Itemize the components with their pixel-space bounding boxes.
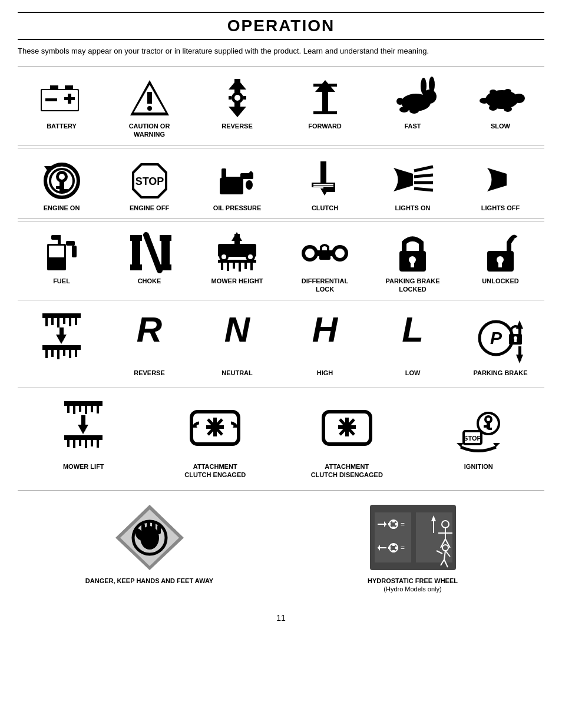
N-icon: N xyxy=(214,312,261,365)
reverse-label: REVERSE xyxy=(222,122,253,130)
symbol-L: L LOW xyxy=(369,307,457,380)
svg-rect-199 xyxy=(388,547,391,549)
svg-rect-3 xyxy=(65,85,73,90)
svg-rect-129 xyxy=(64,401,103,406)
svg-rect-82 xyxy=(233,263,235,269)
svg-marker-12 xyxy=(229,79,246,90)
svg-rect-138 xyxy=(64,435,103,440)
svg-text:=: = xyxy=(401,520,405,528)
symbol-oil-pressure: OIL PRESSURE xyxy=(193,154,281,216)
svg-rect-67 xyxy=(66,241,75,246)
svg-rect-184 xyxy=(395,523,398,525)
fuel-label: FUEL xyxy=(53,277,70,285)
svg-rect-182 xyxy=(392,527,395,529)
svg-rect-84 xyxy=(244,263,247,269)
hydrostatic-label: HYDROSTATIC FREE WHEEL(Hydro Models only… xyxy=(368,577,458,594)
symbol-parking-brake: P PARKING BRAKE xyxy=(457,307,544,380)
parking-brake-icon: P xyxy=(477,312,524,365)
svg-rect-108 xyxy=(63,318,65,324)
symbol-ignition: STOP IGNITION xyxy=(413,395,545,483)
mower-lift-label: MOWER LIFT xyxy=(63,462,104,471)
symbol-mower-height: MOWER HEIGHT xyxy=(193,227,281,297)
svg-rect-66 xyxy=(49,246,64,257)
page-title: OPERATION xyxy=(18,12,544,40)
svg-rect-183 xyxy=(388,523,391,525)
symbol-choke: CHOKE xyxy=(105,227,193,297)
fast-label: FAST xyxy=(404,122,421,130)
symbols-row-rnhl: R REVERSE N NEUTRAL H HIGH L LOW P xyxy=(18,303,544,385)
svg-rect-107 xyxy=(57,318,59,327)
svg-point-53 xyxy=(246,180,253,190)
svg-marker-128 xyxy=(516,355,523,363)
symbol-lights-off: LIGHTS OFF xyxy=(457,154,544,216)
symbols-row-3: FUEL CHOKE xyxy=(18,221,544,297)
symbol-engine-off: STOP ENGINE OFF xyxy=(105,154,193,216)
svg-point-89 xyxy=(248,254,253,259)
svg-point-35 xyxy=(504,106,512,112)
svg-point-32 xyxy=(513,94,525,103)
svg-rect-17 xyxy=(236,103,239,106)
differential-lock-label: DIFFERENTIALLOCK xyxy=(302,277,348,294)
N-label: NEUTRAL xyxy=(222,369,253,377)
svg-point-36 xyxy=(490,90,497,94)
svg-rect-73 xyxy=(130,264,142,270)
svg-point-15 xyxy=(234,95,240,101)
symbols-row-2: ENGINE ON STOP ENGINE OFF xyxy=(18,148,544,216)
symbols-row-bottom: MOWER LIFT xyxy=(18,391,544,488)
ignition-icon: STOP xyxy=(455,400,502,459)
svg-rect-130 xyxy=(67,406,70,413)
svg-rect-23 xyxy=(313,84,337,87)
svg-rect-97 xyxy=(319,252,330,260)
symbol-N: N NEUTRAL xyxy=(193,307,281,380)
svg-rect-85 xyxy=(250,263,253,270)
svg-rect-9 xyxy=(147,92,152,104)
N-letter: N xyxy=(224,312,250,348)
clutch-engaged-label: ATTACHMENTCLUTCH ENGAGED xyxy=(184,462,246,479)
svg-rect-70 xyxy=(58,235,61,246)
svg-rect-117 xyxy=(63,350,65,356)
svg-marker-13 xyxy=(229,107,246,117)
engine-on-icon xyxy=(38,159,85,200)
svg-rect-43 xyxy=(56,186,61,189)
symbol-fuel: FUEL xyxy=(18,227,105,297)
battery-label: BATTERY xyxy=(47,122,77,130)
symbol-caution: CAUTION ORWARNING xyxy=(105,72,193,143)
symbol-brake-locked: PARKING BRAKELOCKED xyxy=(369,227,457,297)
clutch-icon xyxy=(302,159,349,200)
svg-point-87 xyxy=(222,254,226,259)
svg-rect-116 xyxy=(57,350,59,359)
clutch-disengaged-icon xyxy=(323,400,371,459)
danger-hands-icon xyxy=(126,502,173,573)
svg-rect-44 xyxy=(63,189,68,192)
svg-rect-173 xyxy=(152,521,156,533)
fast-icon xyxy=(389,77,437,118)
page-number: 11 xyxy=(18,613,544,623)
svg-line-64 xyxy=(414,188,433,190)
svg-point-26 xyxy=(421,78,427,94)
brake-locked-label: PARKING BRAKELOCKED xyxy=(385,277,439,294)
svg-rect-131 xyxy=(73,406,75,414)
svg-rect-72 xyxy=(130,235,142,241)
clutch-engaged-icon xyxy=(191,400,239,459)
symbol-slow: SLOW xyxy=(457,72,544,143)
svg-rect-115 xyxy=(51,350,54,357)
svg-rect-59 xyxy=(313,184,333,185)
engine-off-label: ENGINE OFF xyxy=(130,204,169,212)
svg-rect-135 xyxy=(97,406,99,413)
svg-rect-110 xyxy=(75,318,77,325)
svg-rect-133 xyxy=(85,406,87,414)
svg-rect-2 xyxy=(50,85,58,90)
mower-height-label: MOWER HEIGHT xyxy=(211,277,263,285)
symbols-row-1: BATTERY CAUTION ORWARNING xyxy=(18,66,544,143)
svg-rect-118 xyxy=(69,350,71,358)
lights-off-icon xyxy=(477,159,524,200)
svg-line-61 xyxy=(414,167,433,171)
engine-on-label: ENGINE ON xyxy=(44,204,80,212)
choke-label: CHOKE xyxy=(138,277,161,285)
svg-rect-6 xyxy=(68,94,71,104)
symbol-R: R REVERSE xyxy=(105,307,193,380)
differential-lock-icon xyxy=(302,232,349,273)
L-letter: L xyxy=(402,312,424,348)
lights-off-label: LIGHTS OFF xyxy=(481,204,520,212)
ignition-label: IGNITION xyxy=(464,462,493,471)
